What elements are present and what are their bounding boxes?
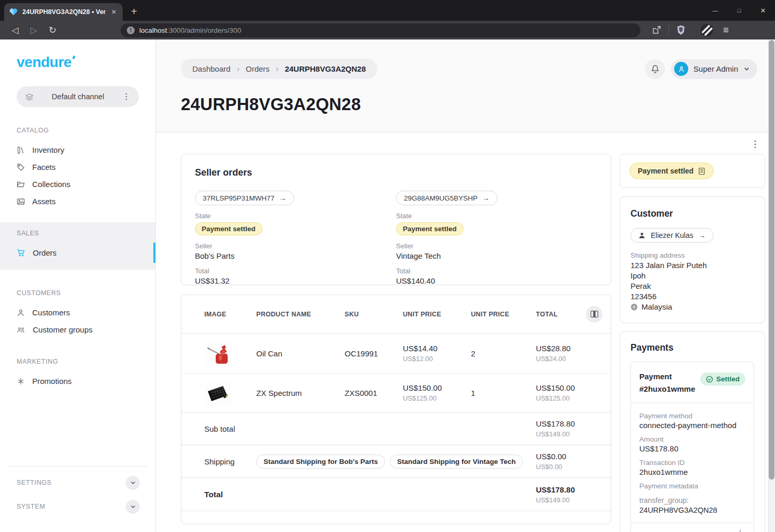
subtotal-label: Sub total <box>204 424 256 433</box>
total-label: Total <box>396 267 597 275</box>
unit-price-net: US$125.00 <box>403 394 471 402</box>
chevron-down-icon <box>743 65 750 72</box>
sidebar-section-settings[interactable]: SETTINGS <box>0 471 155 495</box>
col-header-total: TOTAL <box>536 311 582 318</box>
inventory-icon <box>17 146 25 154</box>
check-circle-icon <box>706 376 713 383</box>
channel-switcher[interactable]: Default channel ⋮ <box>17 86 139 107</box>
section-label-marketing: MARKETING <box>17 358 155 365</box>
transaction-id-label: Transaction ID <box>639 459 745 467</box>
breadcrumb-dashboard[interactable]: Dashboard <box>192 64 230 73</box>
person-icon <box>638 232 646 239</box>
brave-shield-icon[interactable] <box>676 25 686 35</box>
sidebar-item-customer-groups[interactable]: Customer groups <box>0 321 155 338</box>
order-actions-kebab-icon[interactable]: ⋮ <box>751 139 759 150</box>
sidebar-item-assets[interactable]: Assets <box>0 193 155 210</box>
sidebar-item-label: Assets <box>32 197 56 206</box>
window-minimize-button[interactable]: — <box>703 7 727 14</box>
section-label-catalog: CATALOG <box>17 127 155 134</box>
table-header-row: IMAGE PRODUCT NAME SKU UNIT PRICE UNIT P… <box>181 295 611 334</box>
tag-icon <box>17 163 25 171</box>
breadcrumb-orders[interactable]: Orders <box>246 64 270 73</box>
bell-icon <box>651 64 660 74</box>
tab-title: 24URPH8VG3A2QN28 • Vendure <box>22 8 106 16</box>
sidebar-item-label: Customer groups <box>33 325 93 334</box>
customer-title: Customer <box>630 208 754 219</box>
total-value-net: US$149.00 <box>536 496 582 504</box>
state-label: State <box>195 212 396 220</box>
channel-label: Default channel <box>34 92 122 101</box>
section-label-customers: CUSTOMERS <box>17 289 155 297</box>
sidebar-item-inventory[interactable]: Inventory <box>0 141 155 158</box>
seller-name: Vintage Tech <box>396 251 597 260</box>
customer-link[interactable]: Eliezer Kulas → <box>630 228 714 243</box>
order-state-card: Payment settled <box>620 154 765 188</box>
chevron-down-icon[interactable] <box>126 476 140 490</box>
columns-icon <box>590 311 598 317</box>
chevron-down-icon[interactable] <box>126 500 140 514</box>
shipping-label: Shipping <box>204 457 256 466</box>
reload-button[interactable]: ↻ <box>45 24 60 36</box>
favicon-heart-icon <box>9 8 18 16</box>
seller-order-total: US$31.32 <box>195 276 396 285</box>
address-line: 123 Jalan Pasir Puteh <box>630 261 754 270</box>
breadcrumb-current: 24URPH8VG3A2QN28 <box>285 64 366 73</box>
payment-method-label: Payment method <box>639 412 745 420</box>
transaction-id-value: 2huxo1wmme <box>639 468 745 476</box>
tab-close-icon[interactable]: ✕ <box>110 8 117 16</box>
scrollbar-thumb[interactable] <box>769 40 774 480</box>
payment-actions-kebab-icon[interactable]: ⋮ <box>736 529 744 532</box>
sidebar-item-orders[interactable]: Orders <box>0 244 155 261</box>
channel-kebab-icon[interactable]: ⋮ <box>122 92 130 101</box>
sidebar-item-label: Customers <box>32 308 70 317</box>
sidebar-item-label: Facets <box>32 163 56 171</box>
unit-price: US$150.00 <box>403 383 471 392</box>
payments-card: Payments Payment #2huxo1wmme Settled <box>620 331 765 532</box>
payment-status-pill: Settled <box>700 373 745 385</box>
window-close-button[interactable]: ✕ <box>751 7 775 15</box>
address-line: Perak <box>630 282 754 290</box>
customer-card: Customer Eliezer Kulas → Shipping addres… <box>620 196 765 323</box>
url-path: :3000/admin/orders/300 <box>167 26 241 34</box>
unit-price: US$14.40 <box>403 344 471 353</box>
back-button[interactable]: ◁ <box>7 25 23 36</box>
shipping-value-net: US$0.00 <box>536 463 582 471</box>
unit-price-cell: US$14.40 US$12.00 <box>403 344 471 363</box>
notifications-button[interactable] <box>645 59 665 79</box>
address-bar[interactable]: ! localhost:3000/admin/orders/300 <box>121 23 640 37</box>
page-scrollbar[interactable] <box>768 39 775 532</box>
window-maximize-button[interactable]: □ <box>727 7 751 14</box>
site-info-icon[interactable]: ! <box>127 26 135 34</box>
section-label-sales: SALES <box>17 230 155 237</box>
share-icon[interactable] <box>652 25 661 35</box>
seller-order-link[interactable]: 37RLSP95P31MWH77 → <box>195 191 294 205</box>
amount-value: US$178.80 <box>639 444 745 453</box>
sidebar-section-system[interactable]: SYSTEM <box>0 495 155 518</box>
layers-icon <box>25 92 34 101</box>
user-menu[interactable]: Super Admin <box>671 59 757 79</box>
sidebar-item-label: Collections <box>32 180 70 189</box>
new-tab-button[interactable]: + <box>131 6 137 18</box>
rewards-striped-icon[interactable] <box>700 23 714 37</box>
seller-name: Bob's Parts <box>195 251 396 260</box>
product-sku: ZXS0001 <box>345 389 403 397</box>
line-total-net: US$125.00 <box>536 394 582 402</box>
browser-tab[interactable]: 24URPH8VG3A2QN28 • Vendure ✕ <box>4 3 123 21</box>
total-value: US$178.80 <box>536 485 582 494</box>
sidebar-item-facets[interactable]: Facets <box>0 158 155 176</box>
sidebar-divider <box>8 466 147 467</box>
section-label-system: SYSTEM <box>17 503 45 510</box>
forward-button[interactable]: ▷ <box>26 25 42 36</box>
sidebar-item-collections[interactable]: Collections <box>0 176 155 193</box>
order-state-pill[interactable]: Payment settled <box>629 163 714 179</box>
sidebar-item-promotions[interactable]: Promotions <box>0 373 155 390</box>
sidebar-item-customers[interactable]: Customers <box>0 304 155 321</box>
column-settings-button[interactable] <box>586 306 602 323</box>
state-chip: Payment settled <box>195 222 262 235</box>
state-label: State <box>396 212 597 220</box>
product-name: ZX Spectrum <box>256 389 345 397</box>
menu-icon[interactable]: ≡ <box>723 24 729 36</box>
seller-order-total: US$140.40 <box>396 276 597 285</box>
shipping-method-pill: Standard Shipping for Vintage Tech <box>390 455 523 469</box>
seller-order-link[interactable]: 29G88AM9UG5BYSHP → <box>396 191 497 205</box>
